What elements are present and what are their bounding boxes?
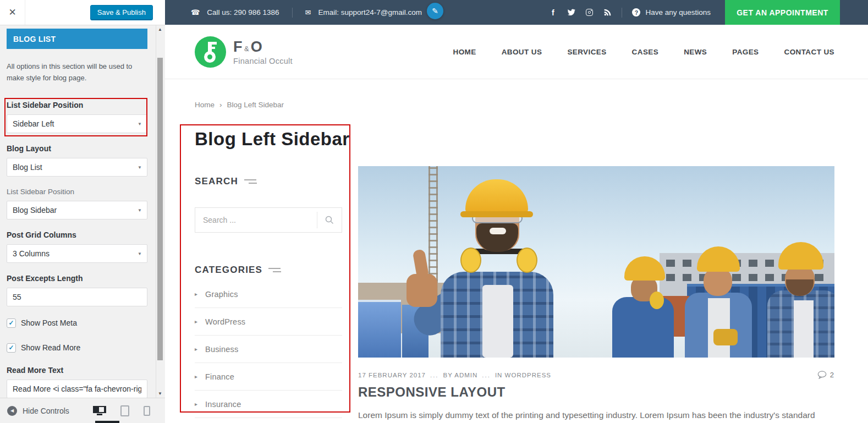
twitter-icon[interactable] xyxy=(567,8,575,17)
title-decoration xyxy=(244,179,257,184)
caret-right-icon: ▸ xyxy=(195,291,197,297)
blog-sidebar-select[interactable]: Blog Sidebar ▼ xyxy=(7,201,147,219)
nav-contact-us[interactable]: CONTACT US xyxy=(784,48,835,56)
post-title[interactable]: RESPONSIVE LAYOUT xyxy=(358,384,834,400)
nav-about-us[interactable]: ABOUT US xyxy=(502,48,542,56)
panel-scrollbar[interactable]: ▲ ▼ xyxy=(156,25,163,398)
search-submit-button[interactable] xyxy=(317,212,342,228)
breadcrumb-home[interactable]: Home xyxy=(195,101,215,109)
logo-ampersand: & xyxy=(244,45,249,53)
read-more-text-input[interactable] xyxy=(7,380,147,398)
post-category[interactable]: IN WORDPRESS xyxy=(495,372,551,378)
get-appointment-button[interactable]: GET AN APPOINTMENT xyxy=(725,0,840,25)
post-grid-columns-select[interactable]: 3 Columns ▼ xyxy=(7,244,147,263)
nav-cases[interactable]: CASES xyxy=(632,48,659,56)
questions-block: ? Have any questions xyxy=(632,8,711,17)
mobile-preview-icon[interactable] xyxy=(144,406,150,416)
scrollbar-thumb[interactable] xyxy=(157,58,163,360)
main-worker-mouth xyxy=(490,228,506,234)
rss-icon[interactable] xyxy=(603,8,612,17)
categories-list: ▸ Graphics ▸ WordPress ▸ Business ▸ Fina… xyxy=(195,281,342,418)
list-sidebar-position-select[interactable]: Sidebar Left ▼ xyxy=(7,114,147,133)
main-navigation: HOME ABOUT US SERVICES CASES NEWS PAGES … xyxy=(453,48,834,56)
blog-post: 17 FEBRUARY 2017 ... BY ADMIN ... IN WOR… xyxy=(358,166,834,422)
select-value: Sidebar Left xyxy=(13,119,54,128)
customizer-panel: ✕ Save & Publish BLOG LIST All options i… xyxy=(0,0,165,423)
post-featured-image[interactable] xyxy=(358,166,834,358)
comments-count[interactable]: 2 xyxy=(817,371,834,379)
meta-separator: ... xyxy=(430,372,439,378)
facebook-icon[interactable]: f xyxy=(548,8,557,17)
select-value: Blog Sidebar xyxy=(13,206,57,215)
blue-cabin-left xyxy=(358,300,401,358)
control-label: Post Excepts Length xyxy=(7,274,147,283)
instagram-icon[interactable] xyxy=(585,8,594,17)
close-customizer-button[interactable]: ✕ xyxy=(0,0,25,25)
control-post-excerpts-length: Post Excepts Length xyxy=(7,274,147,306)
post-date: 17 FEBRUARY 2017 xyxy=(358,372,426,378)
category-business[interactable]: ▸ Business xyxy=(195,336,342,363)
post-meta: 17 FEBRUARY 2017 ... BY ADMIN ... IN WOR… xyxy=(358,371,834,379)
scroll-down-arrow[interactable]: ▼ xyxy=(156,391,164,396)
key-logo-icon xyxy=(195,36,226,68)
control-label: Blog Layout xyxy=(7,144,147,153)
control-label: List Sidebar Position xyxy=(7,188,147,196)
show-read-more-checkbox[interactable]: ✓ xyxy=(7,343,16,353)
magnifier-icon xyxy=(325,216,334,224)
blog-layout-select[interactable]: Blog List ▼ xyxy=(7,158,147,177)
caret-right-icon: ▸ xyxy=(195,346,197,352)
select-value: 3 Columns xyxy=(13,249,50,258)
worker2-earmuff xyxy=(650,292,664,309)
title-decoration xyxy=(268,268,281,272)
breadcrumb-current: Blog Left Sidebar xyxy=(227,101,284,109)
nav-news[interactable]: NEWS xyxy=(684,48,707,56)
pencil-icon: ✎ xyxy=(432,7,438,15)
checkbox-label: Show Post Meta xyxy=(21,318,77,327)
control-post-grid-columns: Post Grid Columns 3 Columns ▼ xyxy=(7,230,147,263)
call-us-text: Call us: 290 986 1386 xyxy=(207,8,279,17)
select-arrow-icon: ▼ xyxy=(138,208,142,213)
meta-separator: ... xyxy=(482,372,491,378)
site-logo[interactable]: F & O Financial Occult xyxy=(195,36,293,68)
site-topbar: ☎ Call us: 290 986 1386 ✉ Email: support… xyxy=(165,0,868,25)
nav-home[interactable]: HOME xyxy=(453,48,476,56)
checkmark-icon: ✓ xyxy=(8,319,14,327)
email-icon: ✉ xyxy=(305,8,311,17)
control-label: Read More Text xyxy=(7,366,147,375)
category-graphics[interactable]: ▸ Graphics xyxy=(195,281,342,308)
caret-right-icon: ▸ xyxy=(195,401,197,407)
nav-pages[interactable]: PAGES xyxy=(732,48,759,56)
customizer-body: BLOG LIST All options in this section wi… xyxy=(0,25,165,398)
post-excerpt: Lorem Ipsum is simply dummy text of the … xyxy=(358,409,834,422)
control-list-sidebar-position-2: List Sidebar Position Blog Sidebar ▼ xyxy=(7,188,147,219)
scroll-up-arrow[interactable]: ▲ xyxy=(156,27,164,32)
nav-services[interactable]: SERVICES xyxy=(567,48,606,56)
worker4-tshirt xyxy=(794,300,814,358)
category-wordpress[interactable]: ▸ WordPress xyxy=(195,308,342,336)
checkbox-label: Show Read More xyxy=(21,343,80,352)
logo-letter-f: F xyxy=(233,39,243,56)
hide-controls-button[interactable]: ◀ Hide Controls xyxy=(7,406,69,416)
show-post-meta-checkbox[interactable]: ✓ xyxy=(7,318,16,328)
section-header-blog-list[interactable]: BLOG LIST xyxy=(7,29,147,49)
save-publish-button[interactable]: Save & Publish xyxy=(90,5,153,20)
post-author[interactable]: BY ADMIN xyxy=(443,372,478,378)
category-insurance[interactable]: ▸ Insurance xyxy=(195,391,342,418)
topbar-right: f ? Have any questions GET AN APPOINTMEN… xyxy=(548,0,868,25)
section-description: All options in this section will be used… xyxy=(7,61,147,84)
desktop-preview-icon[interactable] xyxy=(93,406,106,416)
social-links: f xyxy=(548,8,612,17)
site-preview: ☎ Call us: 290 986 1386 ✉ Email: support… xyxy=(165,0,868,423)
search-input[interactable] xyxy=(195,208,317,232)
category-finance[interactable]: ▸ Finance xyxy=(195,363,342,391)
worker3-tshirt xyxy=(708,298,730,358)
control-label: Post Grid Columns xyxy=(7,230,147,239)
breadcrumb-separator: › xyxy=(219,101,222,109)
close-icon: ✕ xyxy=(8,7,16,18)
logo-text: F & O Financial Occult xyxy=(233,39,293,65)
post-excerpts-length-input[interactable] xyxy=(7,288,147,306)
tablet-preview-icon[interactable] xyxy=(120,405,129,416)
main-worker-earmuff-left xyxy=(460,248,481,273)
categories-widget-title: CATEGORIES xyxy=(195,265,281,276)
customizer-edit-shortcut[interactable]: ✎ xyxy=(427,3,443,19)
